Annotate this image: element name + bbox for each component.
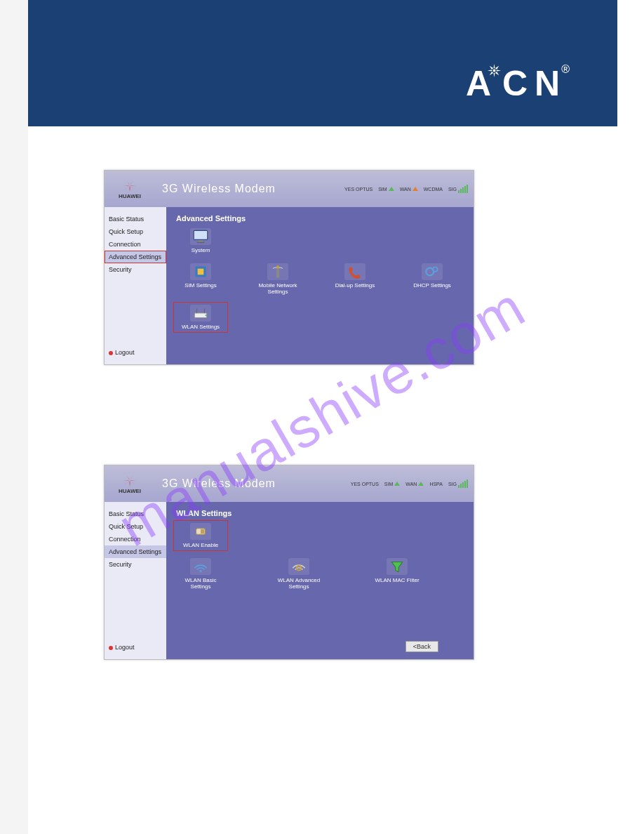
phone-icon <box>344 263 365 280</box>
tile-dhcp-settings[interactable]: DHCP Settings <box>408 263 457 295</box>
sidebar-item-security[interactable]: Security <box>105 263 166 276</box>
content-title: Advanced Settings <box>166 207 474 225</box>
status-sig: SIG <box>448 185 468 193</box>
svg-rect-3 <box>197 242 205 244</box>
monitor-icon <box>190 228 211 245</box>
screenshot-wlan-settings: HUAWEI 3G Wireless Modem YES OPTUS SIM W… <box>104 465 474 660</box>
svg-point-16 <box>199 570 201 572</box>
back-button[interactable]: <Back <box>405 641 438 652</box>
sim-icon <box>190 263 211 280</box>
tile-wlan-mac-filter[interactable]: WLAN MAC Filter <box>373 558 422 590</box>
gears-icon <box>422 263 443 280</box>
tile-label: SIM Settings <box>185 282 216 289</box>
status-wan: WAN <box>405 482 424 486</box>
huawei-logo: HUAWEI <box>105 179 155 199</box>
wifi-adv-icon <box>288 558 309 575</box>
modem-title: 3G Wireless Modem <box>162 183 276 195</box>
page-gutter <box>0 0 28 834</box>
logout-link[interactable]: Logout <box>105 346 166 359</box>
sidebar-item-advanced-settings[interactable]: Advanced Settings <box>105 545 166 558</box>
switch-icon <box>190 523 211 540</box>
tile-label: WLAN MAC Filter <box>375 577 419 583</box>
tile-label: DHCP Settings <box>413 282 451 289</box>
tile-wlan-advanced[interactable]: WLAN Advanced Settings <box>274 558 323 590</box>
tower-icon <box>267 263 288 280</box>
sidebar-item-connection[interactable]: Connection <box>105 533 166 545</box>
status-bar: YES OPTUS SIM WAN HSPA SIG <box>351 479 474 488</box>
status-wan: WAN <box>400 187 418 192</box>
tile-label: WLAN Enable <box>183 542 218 548</box>
tile-wlan-basic[interactable]: WLAN Basic Settings <box>176 558 225 590</box>
svg-rect-2 <box>199 240 203 241</box>
sidebar: Basic Status Quick Setup Connection Adva… <box>105 207 166 364</box>
svg-point-7 <box>276 265 279 268</box>
tile-label: WLAN Advanced Settings <box>274 577 323 590</box>
tile-sim-settings[interactable]: SIM Settings <box>176 263 225 295</box>
router-icon <box>190 305 211 322</box>
sidebar-item-security[interactable]: Security <box>105 558 166 571</box>
svg-point-0 <box>493 70 496 72</box>
huawei-text: HUAWEI <box>119 488 141 494</box>
status-sim: SIM <box>378 187 394 192</box>
sidebar-item-quick-setup[interactable]: Quick Setup <box>105 225 166 238</box>
wifi-basic-icon <box>190 558 211 575</box>
acn-banner: A CN ® <box>28 0 617 126</box>
tile-mobile-network[interactable]: Mobile Network Settings <box>253 263 302 295</box>
status-mode: WCDMA <box>424 187 443 192</box>
svg-rect-5 <box>198 269 204 275</box>
sidebar-item-connection[interactable]: Connection <box>105 238 166 251</box>
huawei-logo: HUAWEI <box>105 474 155 494</box>
tile-label: Mobile Network Settings <box>253 282 302 295</box>
svg-rect-1 <box>194 230 208 239</box>
screenshot-advanced-settings: HUAWEI 3G Wireless Modem YES OPTUS SIM W… <box>104 170 474 365</box>
sidebar-item-advanced-settings[interactable]: Advanced Settings <box>105 251 166 263</box>
svg-rect-6 <box>276 267 279 278</box>
status-carrier: YES OPTUS <box>344 187 373 192</box>
modem-header: HUAWEI 3G Wireless Modem YES OPTUS SIM W… <box>105 171 474 207</box>
sidebar: Basic Status Quick Setup Connection Adva… <box>105 502 166 659</box>
tile-label: WLAN Settings <box>182 324 220 330</box>
tile-dialup-settings[interactable]: Dial-up Settings <box>330 263 380 295</box>
content-area: Advanced Settings System SIM Settings <box>166 207 474 364</box>
sidebar-item-quick-setup[interactable]: Quick Setup <box>105 520 166 533</box>
status-carrier: YES OPTUS <box>351 482 379 486</box>
svg-rect-15 <box>201 529 204 534</box>
sidebar-item-basic-status[interactable]: Basic Status <box>105 213 166 225</box>
status-sig: SIG <box>448 479 468 488</box>
filter-icon <box>387 558 408 575</box>
tile-label: System <box>192 247 210 253</box>
status-bar: YES OPTUS SIM WAN WCDMA SIG <box>344 185 474 193</box>
logout-link[interactable]: Logout <box>105 641 166 654</box>
svg-point-13 <box>206 315 207 316</box>
tile-system[interactable]: System <box>176 228 225 253</box>
tile-label: WLAN Basic Settings <box>176 577 225 590</box>
status-sim: SIM <box>384 482 400 486</box>
sidebar-item-basic-status[interactable]: Basic Status <box>105 508 166 520</box>
status-mode: HSPA <box>429 482 443 486</box>
modem-title: 3G Wireless Modem <box>162 477 276 490</box>
content-area: WLAN Settings WLAN Enable WLAN Basic Set… <box>166 502 474 659</box>
tile-wlan-enable[interactable]: WLAN Enable <box>176 523 225 548</box>
acn-logo: A CN ® <box>466 63 568 104</box>
content-title: WLAN Settings <box>166 502 474 520</box>
huawei-text: HUAWEI <box>119 193 141 199</box>
tile-wlan-settings[interactable]: WLAN Settings <box>176 305 225 330</box>
modem-header: HUAWEI 3G Wireless Modem YES OPTUS SIM W… <box>105 465 474 502</box>
tile-label: Dial-up Settings <box>335 282 375 289</box>
svg-rect-10 <box>194 313 206 318</box>
